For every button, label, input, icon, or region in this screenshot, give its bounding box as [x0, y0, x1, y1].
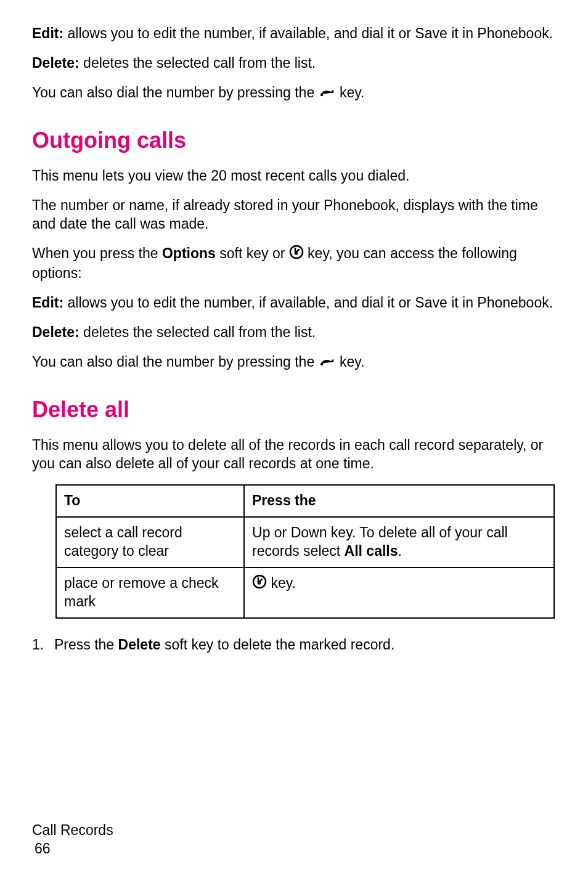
step1-pre: Press the: [54, 637, 118, 653]
r1c2-post: .: [398, 543, 402, 559]
dial-post: key.: [340, 84, 364, 100]
send-key-icon: [319, 354, 336, 372]
footer-section: Call Records: [32, 821, 113, 840]
table-header-row: To Press the: [56, 485, 554, 517]
svg-point-2: [320, 362, 322, 365]
paragraph-dial-2: You can also dial the number by pressing…: [32, 353, 558, 372]
table-header-to: To: [56, 485, 244, 517]
heading-delete-all: Delete all: [32, 396, 558, 425]
r2c2-text: key.: [271, 575, 295, 591]
paragraph-delete-2: Delete: deletes the selected call from t…: [32, 323, 558, 342]
opt-bold: Options: [162, 245, 216, 261]
delete-all-table: To Press the select a call record catego…: [55, 484, 555, 618]
dial-post-2: key.: [340, 354, 364, 370]
edit-text-2: allows you to edit the number, if availa…: [63, 295, 553, 311]
footer-page-number: 66: [35, 840, 113, 858]
ok-key-icon: [289, 245, 304, 264]
table-cell-to-2: place or remove a check mark: [56, 568, 244, 618]
table-cell-to-1: select a call record category to clear: [56, 517, 244, 568]
opt-mid: soft key or: [216, 245, 289, 261]
table-cell-press-1: Up or Down key. To delete all of your ca…: [244, 517, 554, 568]
step1-bold: Delete: [118, 637, 161, 653]
table-row: select a call record category to clear U…: [56, 517, 554, 568]
page-footer: Call Records 66: [32, 821, 113, 858]
paragraph-edit-2: Edit: allows you to edit the number, if …: [32, 294, 558, 312]
paragraph-delete-1: Delete: deletes the selected call from t…: [32, 54, 558, 73]
table-header-press: Press the: [244, 485, 554, 517]
ok-key-icon: [252, 574, 267, 594]
paragraph-deleteall-intro: This menu allows you to delete all of th…: [32, 436, 558, 473]
step-number: 1.: [32, 636, 54, 654]
step-body: Press the Delete soft key to delete the …: [54, 636, 394, 654]
edit-text: allows you to edit the number, if availa…: [63, 25, 553, 41]
step1-post: soft key to delete the marked record.: [161, 637, 395, 653]
send-key-icon: [319, 84, 336, 103]
paragraph-outgoing-number: The number or name, if already stored in…: [32, 197, 558, 234]
dial-pre-2: You can also dial the number by pressing…: [32, 354, 319, 370]
edit-label-2: Edit:: [32, 295, 63, 311]
delete-label-2: Delete:: [32, 324, 80, 340]
delete-label: Delete:: [32, 55, 80, 71]
delete-text-2: deletes the selected call from the list.: [80, 324, 316, 340]
r1c2-bold: All calls: [345, 543, 398, 559]
svg-point-0: [320, 94, 322, 96]
edit-label: Edit:: [32, 25, 63, 41]
paragraph-dial-1: You can also dial the number by pressing…: [32, 84, 558, 103]
opt-pre: When you press the: [32, 245, 162, 261]
table-cell-press-2: key.: [244, 568, 554, 618]
table-row: place or remove a check mark key.: [56, 568, 554, 618]
numbered-step-1: 1. Press the Delete soft key to delete t…: [32, 636, 558, 654]
paragraph-outgoing-intro: This menu lets you view the 20 most rece…: [32, 167, 558, 185]
paragraph-edit-1: Edit: allows you to edit the number, if …: [32, 25, 558, 43]
page: Edit: allows you to edit the number, if …: [0, 0, 588, 883]
dial-pre: You can also dial the number by pressing…: [32, 84, 319, 100]
paragraph-options: When you press the Options soft key or k…: [32, 245, 558, 283]
delete-text: deletes the selected call from the list.: [80, 55, 316, 71]
heading-outgoing-calls: Outgoing calls: [32, 126, 558, 155]
